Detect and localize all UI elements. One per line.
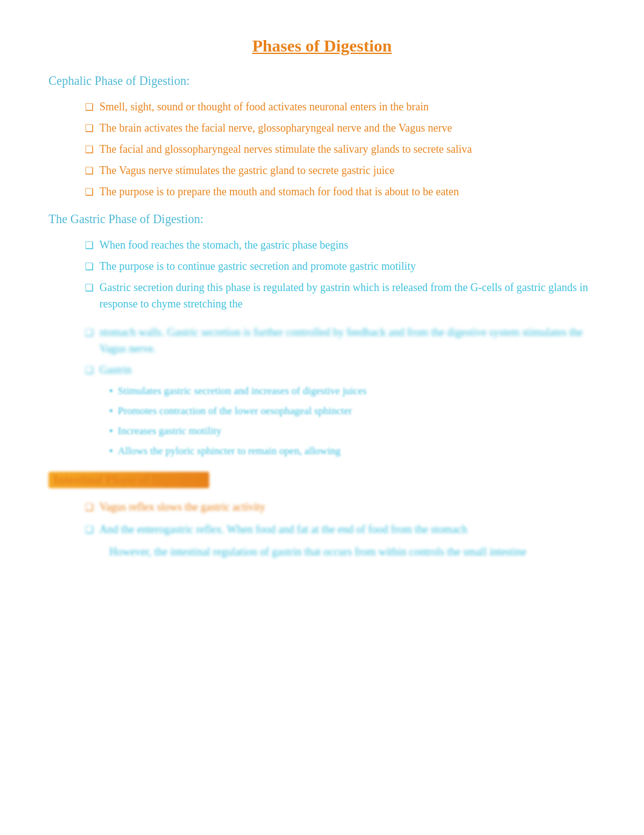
gastric-blurred-block: stomach walls. Gastric secretion is furt… bbox=[85, 324, 595, 460]
list-item: The Vagus nerve stimulates the gastric g… bbox=[85, 163, 595, 179]
intestinal-subtext: However, the intestinal regulation of ga… bbox=[109, 544, 595, 560]
intestinal-bullet-list: Vagus reflex slows the gastric activity … bbox=[85, 499, 595, 538]
list-item: The purpose is to prepare the mouth and … bbox=[85, 184, 595, 200]
list-item: Vagus reflex slows the gastric activity bbox=[85, 499, 595, 515]
list-item: Smell, sight, sound or thought of food a… bbox=[85, 99, 595, 115]
list-item: The purpose is to continue gastric secre… bbox=[85, 258, 595, 275]
list-item: Increases gastric motility bbox=[109, 423, 595, 440]
page-title: Phases of Digestion bbox=[49, 36, 595, 56]
gastric-sub-bullet-list: Stimulates gastric secretion and increas… bbox=[109, 383, 595, 460]
gastric-blurred-gastrin: Gastrin bbox=[85, 362, 595, 378]
list-item: Promotes contraction of the lower oesoph… bbox=[109, 403, 595, 420]
gastric-heading: The Gastric Phase of Digestion: bbox=[49, 212, 595, 226]
gastric-bullet-list: When food reaches the stomach, the gastr… bbox=[85, 237, 595, 312]
list-item: And the enterogastric reflex. When food … bbox=[85, 521, 595, 538]
cephalic-heading: Cephalic Phase of Digestion: bbox=[49, 74, 595, 88]
cephalic-bullet-list: Smell, sight, sound or thought of food a… bbox=[85, 99, 595, 200]
intestinal-section: Intestinal Phase of Digestion: Vagus ref… bbox=[49, 472, 595, 560]
list-item: The facial and glossopharyngeal nerves s… bbox=[85, 141, 595, 158]
list-item: The brain activates the facial nerve, gl… bbox=[85, 120, 595, 136]
list-item: When food reaches the stomach, the gastr… bbox=[85, 237, 595, 253]
gastric-blurred-continuation: stomach walls. Gastric secretion is furt… bbox=[85, 324, 595, 357]
list-item: Stimulates gastric secretion and increas… bbox=[109, 383, 595, 400]
intestinal-heading: Intestinal Phase of Digestion: bbox=[49, 472, 209, 488]
list-item: Allows the pyloric sphincter to remain o… bbox=[109, 443, 595, 460]
list-item: Gastric secretion during this phase is r… bbox=[85, 280, 595, 312]
